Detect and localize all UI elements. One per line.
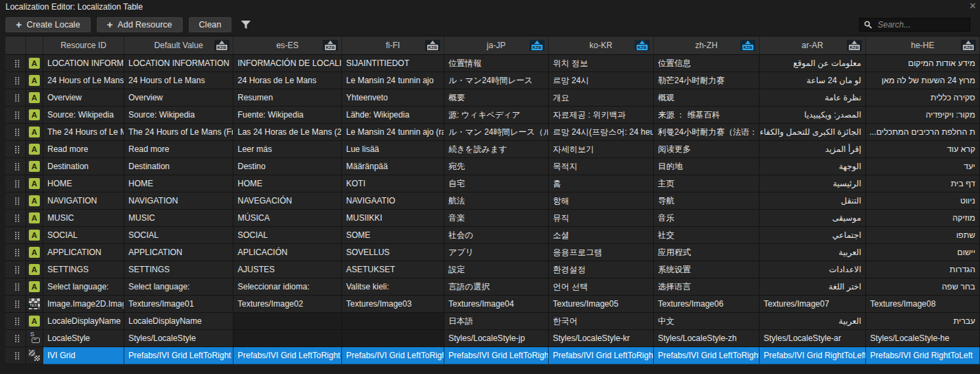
cell-fi-FI[interactable]: Prefabs/IVI Grid LeftToRight [342, 347, 444, 364]
cell-resource-id[interactable]: Destination [43, 158, 124, 175]
cell-zh-ZH[interactable]: 勒芒24小时耐力赛 [654, 72, 760, 89]
cell-ar-AR[interactable]: Prefabs/IVI Grid RightToLeft [760, 347, 866, 364]
cell-es-ES[interactable]: HOME [233, 175, 342, 192]
cell-resource-id[interactable]: HOME [43, 175, 124, 192]
cell-he-HE[interactable]: Prefabs/IVI Grid RightToLeft [866, 347, 980, 364]
cell-es-ES[interactable]: AJUSTES [233, 261, 342, 278]
cell-ar-AR[interactable]: التنقل [760, 192, 866, 210]
cell-ko-KR[interactable]: 뮤직 [549, 210, 654, 227]
cell-es-ES[interactable]: APLICACIÓN [233, 244, 342, 261]
row-drag-handle[interactable] [5, 175, 26, 192]
table-row[interactable]: AThe 24 Hours of Le MThe 24 Hours of Le … [5, 124, 980, 141]
cell-fi-FI[interactable]: SOME [342, 227, 444, 244]
cell-default-value[interactable]: The 24 Hours of Le Mans (Fr [124, 124, 233, 141]
table-row[interactable]: AOverviewOverviewResumenYhteenveto概要개요概观… [5, 89, 980, 107]
cell-default-value[interactable]: Overview [124, 89, 233, 107]
table-row[interactable]: TEXImage.Image2D.ImagTextures/Image01Tex… [5, 296, 980, 313]
cell-ja-JP[interactable]: 自宅 [444, 175, 549, 192]
kzb-export-icon[interactable]: KZB [847, 40, 862, 51]
row-drag-handle[interactable] [5, 261, 26, 278]
cell-he-HE[interactable]: עברית [866, 313, 980, 330]
table-row[interactable]: ASource: WikipediaSource: WikipediaFuent… [5, 107, 980, 124]
kzb-export-icon[interactable]: KZB [635, 40, 650, 51]
cell-zh-ZH[interactable]: 应用程式 [654, 244, 760, 261]
cell-resource-id[interactable]: MUSIC [43, 210, 124, 227]
cell-ko-KR[interactable]: 언어 선택 [549, 278, 654, 296]
cell-ko-KR[interactable]: 개요 [549, 89, 654, 107]
cell-ar-AR[interactable]: العربية [760, 313, 866, 330]
cell-resource-id[interactable]: Overview [43, 89, 124, 107]
cell-ja-JP[interactable]: 音楽 [444, 210, 549, 227]
cell-fi-FI[interactable]: NAVIGAATIO [342, 192, 444, 210]
cell-resource-id[interactable]: APPLICATION [43, 244, 124, 261]
row-drag-handle[interactable] [5, 347, 26, 364]
cell-ar-AR[interactable]: الجائزة الكبرى للتحمل والكفاءة.، ... [760, 124, 866, 141]
cell-ja-JP[interactable]: 日本語 [444, 313, 549, 330]
cell-zh-ZH[interactable]: 音乐 [654, 210, 760, 227]
table-row[interactable]: ADestinationDestinationDestinoMääränpää宛… [5, 158, 980, 175]
cell-zh-ZH[interactable]: 来源 ： 维基百科 [654, 107, 760, 124]
cell-resource-id[interactable]: NAVIGATION [43, 192, 124, 210]
row-drag-handle[interactable] [5, 313, 26, 330]
cell-zh-ZH[interactable]: 社交 [654, 227, 760, 244]
cell-resource-id[interactable]: Read more [43, 141, 124, 158]
cell-ja-JP[interactable]: Prefabs/IVI Grid LeftToRight [444, 347, 549, 364]
cell-fi-FI[interactable] [342, 313, 444, 330]
cell-fi-FI[interactable]: ASETUKSET [342, 261, 444, 278]
cell-ja-JP[interactable]: 航法 [444, 192, 549, 210]
cell-ar-AR[interactable]: نظرة عامة [760, 89, 866, 107]
cell-zh-ZH[interactable]: 目的地 [654, 158, 760, 175]
cell-zh-ZH[interactable]: Styles/LocaleStyle-zh [654, 330, 760, 347]
cell-he-HE[interactable]: יעד [866, 158, 980, 175]
cell-ja-JP[interactable]: 宛先 [444, 158, 549, 175]
cell-fi-FI[interactable]: SIJAINTITIEDOT [342, 55, 444, 72]
add-resource-button[interactable]: + Add Resource [97, 17, 183, 32]
cell-ar-AR[interactable]: الوجهة [760, 158, 866, 175]
cell-fi-FI[interactable]: Yhteenveto [342, 89, 444, 107]
cell-fi-FI[interactable]: KOTI [342, 175, 444, 192]
cell-ar-AR[interactable]: لو مان 24 ساعة [760, 72, 866, 89]
column-header-ja-JP[interactable]: ja-JPKZB [444, 36, 549, 54]
cell-he-HE[interactable]: מידע אודות המיקום [866, 55, 980, 72]
row-drag-handle[interactable] [5, 89, 26, 107]
search-box[interactable] [859, 18, 970, 32]
cell-default-value[interactable]: Select language: [124, 278, 233, 296]
cell-fi-FI[interactable]: Le Mansin 24 tunnin ajo (ran [342, 124, 444, 141]
cell-he-HE[interactable]: מוזיקה [866, 210, 980, 227]
cell-default-value[interactable]: Textures/Image01 [124, 296, 233, 313]
cell-fi-FI[interactable]: Määränpää [342, 158, 444, 175]
cell-zh-ZH[interactable]: 利曼24小时耐力赛（法语： [654, 124, 760, 141]
cell-ja-JP[interactable]: アプリ [444, 244, 549, 261]
cell-ar-AR[interactable]: Textures/Image07 [760, 296, 866, 313]
cell-es-ES[interactable]: Resumen [233, 89, 342, 107]
search-input[interactable] [876, 19, 955, 30]
cell-default-value[interactable]: SETTINGS [124, 261, 233, 278]
cell-he-HE[interactable]: דף בית [866, 175, 980, 192]
row-drag-handle[interactable] [5, 227, 26, 244]
cell-default-value[interactable]: APPLICATION [124, 244, 233, 261]
cell-ja-JP[interactable]: Textures/Image04 [444, 296, 549, 313]
cell-ko-KR[interactable]: 목적지 [549, 158, 654, 175]
cell-ja-JP[interactable]: Styles/LocaleStyle-jp [444, 330, 549, 347]
cell-default-value[interactable]: LOCATION INFORMATION [124, 55, 233, 72]
row-drag-handle[interactable] [5, 330, 26, 347]
cell-default-value[interactable]: HOME [124, 175, 233, 192]
cell-zh-ZH[interactable]: 选择语言 [654, 278, 760, 296]
kzb-export-icon[interactable]: KZB [961, 40, 976, 51]
cell-zh-ZH[interactable]: Textures/Image06 [654, 296, 760, 313]
cell-he-HE[interactable]: מרוץ 24 השעות של לה מאן [866, 72, 980, 89]
cell-he-HE[interactable]: ת החלפת הרכיבים המתכלים... [866, 124, 980, 141]
kzb-export-icon[interactable]: KZB [425, 40, 440, 51]
cell-ja-JP[interactable]: 続きを読みます [444, 141, 549, 158]
cell-default-value[interactable]: Destination [124, 158, 233, 175]
column-header-fi-FI[interactable]: fi-FIKZB [342, 36, 444, 54]
cell-zh-ZH[interactable]: 主页 [654, 175, 760, 192]
row-drag-handle[interactable] [5, 158, 26, 175]
cell-zh-ZH[interactable]: Prefabs/IVI Grid LeftToRight [654, 347, 760, 364]
cell-es-ES[interactable]: INFORMACIÓN DE LOCALIZ [233, 55, 342, 72]
cell-he-HE[interactable]: קרא עוד [866, 141, 980, 158]
cell-default-value[interactable]: MUSIC [124, 210, 233, 227]
cell-default-value[interactable]: NAVIGATION [124, 192, 233, 210]
table-row[interactable]: ALocaleDisplayNameLocaleDisplayName日本語한국… [5, 313, 980, 330]
kzb-export-icon[interactable]: KZB [323, 40, 338, 51]
